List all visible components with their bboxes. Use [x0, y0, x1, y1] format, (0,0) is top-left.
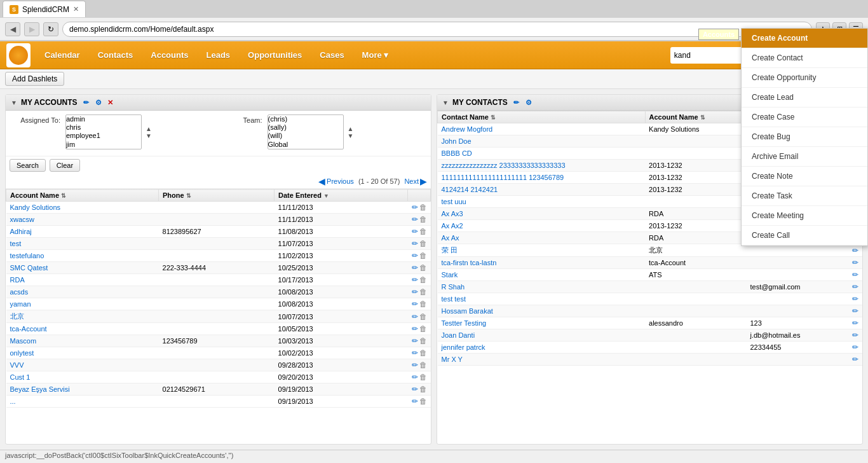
nav-opportunities[interactable]: Opportunities — [239, 46, 311, 64]
edit-contact-icon[interactable]: ✏ — [852, 307, 858, 315]
table-row[interactable]: onlytest 10/02/2013 ✏ 🗑 — [6, 347, 431, 359]
edit-contact-icon[interactable]: ✏ — [852, 270, 858, 279]
table-row[interactable]: Beyaz Eşya Servisi 02124529671 09/19/201… — [6, 384, 431, 396]
list-item[interactable]: Joan Danti j.db@hotmail.es ✏ — [438, 329, 862, 342]
list-item[interactable]: Mr X Y ✏ — [438, 354, 862, 366]
delete-row-icon[interactable]: 🗑 — [419, 373, 427, 382]
edit-row-icon[interactable]: ✏ — [412, 397, 418, 406]
edit-row-icon[interactable]: ✏ — [412, 275, 418, 284]
create-bug-item[interactable]: Create Bug — [742, 127, 867, 147]
list-item[interactable]: Testter Testing alessandro 123 ✏ — [438, 317, 862, 329]
edit-row-icon[interactable]: ✏ — [412, 251, 418, 260]
col-phone[interactable]: Phone ⇅ — [159, 190, 275, 202]
prev-page-nav[interactable]: ◀ Previous — [318, 176, 354, 186]
create-account-item[interactable]: Create Account Accounts — [742, 29, 867, 48]
create-meeting-item[interactable]: Create Meeting — [742, 206, 867, 226]
delete-row-icon[interactable]: 🗑 — [419, 227, 427, 236]
col-account-name[interactable]: Account Name ⇅ — [645, 111, 746, 123]
edit-contact-icon[interactable]: ✏ — [852, 294, 858, 303]
my-accounts-close-icon[interactable]: ✕ — [105, 97, 116, 107]
refresh-button[interactable]: ↻ — [43, 22, 58, 36]
table-row[interactable]: Kandy Solutions 11/11/2013 ✏ 🗑 — [6, 202, 431, 214]
delete-row-icon[interactable]: 🗑 — [419, 287, 427, 296]
clear-button[interactable]: Clear — [50, 159, 80, 172]
col-contact-name[interactable]: Contact Name ⇅ — [438, 111, 646, 123]
delete-row-icon[interactable]: 🗑 — [419, 239, 427, 248]
create-task-item[interactable]: Create Task — [742, 186, 867, 206]
edit-row-icon[interactable]: ✏ — [412, 312, 418, 321]
list-item[interactable]: R Shah test@gmail.com ✏ — [438, 281, 862, 293]
edit-contact-icon[interactable]: ✏ — [852, 343, 858, 352]
list-item[interactable]: Hossam Barakat ✏ — [438, 305, 862, 317]
create-case-item[interactable]: Create Case — [742, 107, 867, 127]
table-row[interactable]: 北京 10/07/2013 ✏ 🗑 — [6, 310, 431, 323]
delete-row-icon[interactable]: 🗑 — [419, 215, 427, 224]
delete-row-icon[interactable]: 🗑 — [419, 275, 427, 284]
my-accounts-config-icon[interactable]: ⚙ — [93, 97, 104, 107]
list-item[interactable]: test test ✏ — [438, 293, 862, 305]
delete-row-icon[interactable]: 🗑 — [419, 361, 427, 370]
team-down-arrow-icon[interactable]: ▼ — [348, 132, 354, 139]
up-arrow-icon[interactable]: ▲ — [146, 125, 152, 132]
delete-row-icon[interactable]: 🗑 — [419, 324, 427, 333]
table-row[interactable]: SMC Qatest 222-333-4444 10/25/2013 ✏ 🗑 — [6, 262, 431, 274]
nav-calendar[interactable]: Calendar — [36, 46, 89, 64]
edit-row-icon[interactable]: ✏ — [412, 361, 418, 370]
col-account-name[interactable]: Account Name ⇅ — [6, 190, 159, 202]
delete-row-icon[interactable]: 🗑 — [419, 263, 427, 272]
edit-row-icon[interactable]: ✏ — [412, 263, 418, 272]
logo[interactable] — [6, 43, 31, 67]
edit-contact-icon[interactable]: ✏ — [852, 331, 858, 340]
table-row[interactable]: tca-Account 10/05/2013 ✏ 🗑 — [6, 323, 431, 335]
table-row[interactable]: RDA 10/17/2013 ✏ 🗑 — [6, 274, 431, 286]
edit-row-icon[interactable]: ✏ — [412, 324, 418, 333]
create-note-item[interactable]: Create Note — [742, 167, 867, 186]
down-arrow-icon[interactable]: ▼ — [146, 132, 152, 139]
nav-cases[interactable]: Cases — [311, 46, 353, 64]
edit-row-icon[interactable]: ✏ — [412, 287, 418, 296]
list-item[interactable]: jennifer patrck 22334455 ✏ — [438, 342, 862, 354]
table-row[interactable]: VVV 09/28/2013 ✏ 🗑 — [6, 359, 431, 371]
edit-contact-icon[interactable]: ✏ — [852, 246, 858, 255]
edit-row-icon[interactable]: ✏ — [412, 373, 418, 382]
edit-row-icon[interactable]: ✏ — [412, 385, 418, 394]
col-date-entered[interactable]: Date Entered ▼ — [275, 190, 408, 202]
edit-row-icon[interactable]: ✏ — [412, 300, 418, 308]
nav-contacts[interactable]: Contacts — [89, 46, 142, 64]
edit-contact-icon[interactable]: ✏ — [852, 282, 858, 291]
create-opportunity-item[interactable]: Create Opportunity — [742, 68, 867, 88]
next-page-nav[interactable]: Next ▶ — [404, 176, 427, 186]
table-row[interactable]: test 11/07/2013 ✏ 🗑 — [6, 238, 431, 250]
archive-email-item[interactable]: Archive Email — [742, 147, 867, 167]
edit-row-icon[interactable]: ✏ — [412, 336, 418, 345]
my-contacts-edit-icon[interactable]: ✏ — [512, 97, 522, 107]
create-lead-item[interactable]: Create Lead — [742, 88, 867, 107]
edit-row-icon[interactable]: ✏ — [412, 349, 418, 357]
search-button[interactable]: Search — [10, 159, 46, 172]
nav-leads[interactable]: Leads — [198, 46, 240, 64]
assigned-to-select[interactable]: admin chris employee1 jim — [65, 114, 142, 149]
my-accounts-edit-icon[interactable]: ✏ — [81, 97, 92, 107]
table-row[interactable]: Cust 1 09/20/2013 ✏ 🗑 — [6, 371, 431, 384]
edit-row-icon[interactable]: ✏ — [412, 215, 418, 224]
table-row[interactable]: ... 09/19/2013 ✏ 🗑 — [6, 396, 431, 408]
team-select[interactable]: (chris) (sally) (will) Global — [268, 114, 344, 149]
nav-accounts[interactable]: Accounts — [142, 46, 197, 64]
delete-row-icon[interactable]: 🗑 — [419, 397, 427, 406]
edit-row-icon[interactable]: ✏ — [412, 239, 418, 248]
my-contacts-config-icon[interactable]: ⚙ — [524, 97, 534, 107]
table-row[interactable]: Adhiraj 8123895627 11/08/2013 ✏ 🗑 — [6, 226, 431, 238]
forward-button[interactable]: ▶ — [24, 22, 39, 36]
add-dashlets-button[interactable]: Add Dashlets — [5, 72, 64, 86]
nav-more[interactable]: More ▾ — [353, 46, 397, 64]
edit-contact-icon[interactable]: ✏ — [852, 319, 858, 328]
create-call-item[interactable]: Create Call — [742, 226, 867, 245]
create-contact-item[interactable]: Create Contact — [742, 48, 867, 68]
edit-contact-icon[interactable]: ✏ — [852, 258, 858, 267]
edit-row-icon[interactable]: ✏ — [412, 227, 418, 236]
team-up-arrow-icon[interactable]: ▲ — [348, 125, 354, 132]
delete-row-icon[interactable]: 🗑 — [419, 312, 427, 321]
delete-row-icon[interactable]: 🗑 — [419, 203, 427, 212]
list-item[interactable]: Stark ATS ✏ — [438, 269, 862, 281]
delete-row-icon[interactable]: 🗑 — [419, 251, 427, 260]
